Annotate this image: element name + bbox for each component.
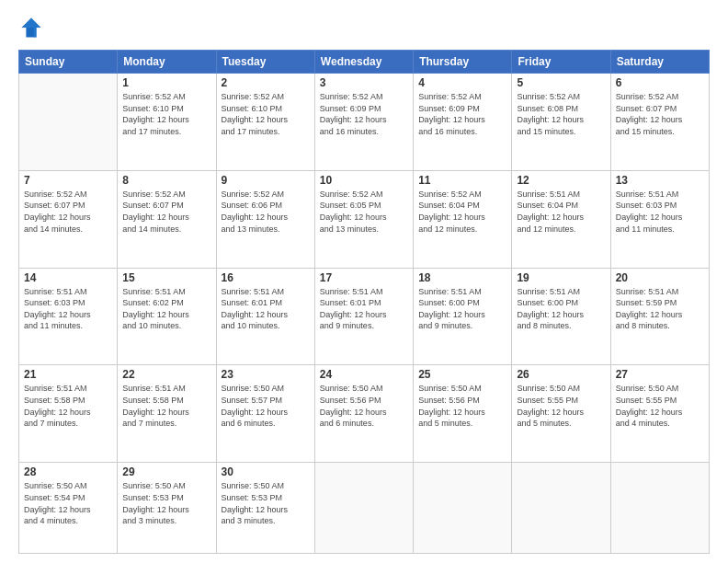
calendar-table: SundayMondayTuesdayWednesdayThursdayFrid… (18, 50, 710, 554)
calendar-cell (314, 463, 413, 554)
weekday-header-thursday: Thursday (414, 51, 512, 74)
day-info: Sunrise: 5:52 AM Sunset: 6:08 PM Dayligh… (517, 91, 605, 137)
day-info: Sunrise: 5:52 AM Sunset: 6:07 PM Dayligh… (122, 189, 210, 235)
day-info: Sunrise: 5:50 AM Sunset: 5:56 PM Dayligh… (418, 383, 506, 429)
day-info: Sunrise: 5:52 AM Sunset: 6:09 PM Dayligh… (320, 91, 408, 137)
calendar-cell: 4Sunrise: 5:52 AM Sunset: 6:09 PM Daylig… (414, 74, 512, 171)
day-number: 26 (517, 368, 605, 381)
calendar-cell: 30Sunrise: 5:50 AM Sunset: 5:53 PM Dayli… (216, 463, 314, 554)
day-info: Sunrise: 5:51 AM Sunset: 6:03 PM Dayligh… (24, 286, 112, 332)
day-info: Sunrise: 5:51 AM Sunset: 6:00 PM Dayligh… (517, 286, 605, 332)
weekday-header-monday: Monday (118, 51, 216, 74)
calendar-cell: 3Sunrise: 5:52 AM Sunset: 6:09 PM Daylig… (314, 74, 413, 171)
calendar-cell: 16Sunrise: 5:51 AM Sunset: 6:01 PM Dayli… (216, 268, 314, 365)
week-row-3: 14Sunrise: 5:51 AM Sunset: 6:03 PM Dayli… (19, 268, 710, 365)
day-info: Sunrise: 5:50 AM Sunset: 5:56 PM Dayligh… (320, 383, 408, 429)
calendar-cell: 22Sunrise: 5:51 AM Sunset: 5:58 PM Dayli… (118, 365, 216, 463)
logo (18, 15, 46, 40)
weekday-header-row: SundayMondayTuesdayWednesdayThursdayFrid… (19, 51, 710, 74)
calendar-cell: 21Sunrise: 5:51 AM Sunset: 5:58 PM Dayli… (19, 365, 118, 463)
calendar-cell: 8Sunrise: 5:52 AM Sunset: 6:07 PM Daylig… (118, 170, 216, 268)
day-info: Sunrise: 5:51 AM Sunset: 6:01 PM Dayligh… (222, 286, 310, 332)
day-number: 2 (222, 76, 310, 89)
day-number: 14 (24, 271, 112, 284)
header (18, 15, 710, 40)
calendar-cell: 9Sunrise: 5:52 AM Sunset: 6:06 PM Daylig… (216, 170, 314, 268)
day-info: Sunrise: 5:51 AM Sunset: 6:00 PM Dayligh… (418, 286, 506, 332)
calendar-cell: 5Sunrise: 5:52 AM Sunset: 6:08 PM Daylig… (512, 74, 610, 171)
day-number: 23 (222, 368, 310, 381)
day-info: Sunrise: 5:51 AM Sunset: 5:58 PM Dayligh… (122, 383, 210, 429)
calendar-cell: 29Sunrise: 5:50 AM Sunset: 5:53 PM Dayli… (118, 463, 216, 554)
calendar-cell: 26Sunrise: 5:50 AM Sunset: 5:55 PM Dayli… (512, 365, 610, 463)
week-row-2: 7Sunrise: 5:52 AM Sunset: 6:07 PM Daylig… (19, 170, 710, 268)
logo-icon (18, 15, 44, 40)
day-number: 11 (418, 174, 506, 187)
day-number: 30 (222, 465, 310, 478)
day-info: Sunrise: 5:51 AM Sunset: 5:58 PM Dayligh… (24, 383, 112, 429)
day-number: 20 (616, 271, 704, 284)
calendar-cell: 17Sunrise: 5:51 AM Sunset: 6:01 PM Dayli… (314, 268, 413, 365)
day-info: Sunrise: 5:52 AM Sunset: 6:10 PM Dayligh… (122, 91, 210, 137)
weekday-header-friday: Friday (512, 51, 610, 74)
calendar-cell (19, 74, 118, 171)
calendar-cell (414, 463, 512, 554)
calendar-cell: 27Sunrise: 5:50 AM Sunset: 5:55 PM Dayli… (610, 365, 709, 463)
day-info: Sunrise: 5:51 AM Sunset: 6:04 PM Dayligh… (517, 189, 605, 235)
day-number: 10 (320, 174, 408, 187)
day-number: 19 (517, 271, 605, 284)
day-info: Sunrise: 5:52 AM Sunset: 6:09 PM Dayligh… (418, 91, 506, 137)
day-info: Sunrise: 5:50 AM Sunset: 5:55 PM Dayligh… (616, 383, 704, 429)
day-info: Sunrise: 5:51 AM Sunset: 6:03 PM Dayligh… (616, 189, 704, 235)
weekday-header-wednesday: Wednesday (314, 51, 413, 74)
day-number: 8 (122, 174, 210, 187)
day-number: 6 (616, 76, 704, 89)
week-row-1: 1Sunrise: 5:52 AM Sunset: 6:10 PM Daylig… (19, 74, 710, 171)
calendar-cell: 15Sunrise: 5:51 AM Sunset: 6:02 PM Dayli… (118, 268, 216, 365)
calendar-cell: 19Sunrise: 5:51 AM Sunset: 6:00 PM Dayli… (512, 268, 610, 365)
calendar-cell (512, 463, 610, 554)
calendar-cell: 10Sunrise: 5:52 AM Sunset: 6:05 PM Dayli… (314, 170, 413, 268)
day-number: 7 (24, 174, 112, 187)
day-number: 13 (616, 174, 704, 187)
day-number: 22 (122, 368, 210, 381)
day-info: Sunrise: 5:50 AM Sunset: 5:55 PM Dayligh… (517, 383, 605, 429)
calendar-cell: 2Sunrise: 5:52 AM Sunset: 6:10 PM Daylig… (216, 74, 314, 171)
week-row-5: 28Sunrise: 5:50 AM Sunset: 5:54 PM Dayli… (19, 463, 710, 554)
day-number: 25 (418, 368, 506, 381)
day-number: 1 (122, 76, 210, 89)
day-info: Sunrise: 5:50 AM Sunset: 5:54 PM Dayligh… (24, 480, 112, 526)
day-info: Sunrise: 5:52 AM Sunset: 6:05 PM Dayligh… (320, 189, 408, 235)
day-number: 27 (616, 368, 704, 381)
day-number: 15 (122, 271, 210, 284)
day-info: Sunrise: 5:50 AM Sunset: 5:53 PM Dayligh… (122, 480, 210, 526)
day-number: 28 (24, 465, 112, 478)
day-info: Sunrise: 5:50 AM Sunset: 5:57 PM Dayligh… (222, 383, 310, 429)
calendar-cell: 20Sunrise: 5:51 AM Sunset: 5:59 PM Dayli… (610, 268, 709, 365)
day-info: Sunrise: 5:52 AM Sunset: 6:04 PM Dayligh… (418, 189, 506, 235)
day-number: 21 (24, 368, 112, 381)
calendar-cell: 14Sunrise: 5:51 AM Sunset: 6:03 PM Dayli… (19, 268, 118, 365)
weekday-header-saturday: Saturday (610, 51, 709, 74)
day-info: Sunrise: 5:52 AM Sunset: 6:10 PM Dayligh… (222, 91, 310, 137)
calendar-cell: 25Sunrise: 5:50 AM Sunset: 5:56 PM Dayli… (414, 365, 512, 463)
day-info: Sunrise: 5:51 AM Sunset: 6:01 PM Dayligh… (320, 286, 408, 332)
day-info: Sunrise: 5:52 AM Sunset: 6:06 PM Dayligh… (222, 189, 310, 235)
weekday-header-sunday: Sunday (19, 51, 118, 74)
day-info: Sunrise: 5:50 AM Sunset: 5:53 PM Dayligh… (222, 480, 310, 526)
day-info: Sunrise: 5:51 AM Sunset: 5:59 PM Dayligh… (616, 286, 704, 332)
day-info: Sunrise: 5:51 AM Sunset: 6:02 PM Dayligh… (122, 286, 210, 332)
day-number: 5 (517, 76, 605, 89)
day-number: 29 (122, 465, 210, 478)
calendar-cell: 28Sunrise: 5:50 AM Sunset: 5:54 PM Dayli… (19, 463, 118, 554)
weekday-header-tuesday: Tuesday (216, 51, 314, 74)
day-info: Sunrise: 5:52 AM Sunset: 6:07 PM Dayligh… (616, 91, 704, 137)
calendar-cell: 23Sunrise: 5:50 AM Sunset: 5:57 PM Dayli… (216, 365, 314, 463)
calendar-cell: 24Sunrise: 5:50 AM Sunset: 5:56 PM Dayli… (314, 365, 413, 463)
calendar-cell: 7Sunrise: 5:52 AM Sunset: 6:07 PM Daylig… (19, 170, 118, 268)
day-number: 16 (222, 271, 310, 284)
calendar-cell: 1Sunrise: 5:52 AM Sunset: 6:10 PM Daylig… (118, 74, 216, 171)
page: SundayMondayTuesdayWednesdayThursdayFrid… (0, 0, 728, 563)
week-row-4: 21Sunrise: 5:51 AM Sunset: 5:58 PM Dayli… (19, 365, 710, 463)
calendar-cell: 6Sunrise: 5:52 AM Sunset: 6:07 PM Daylig… (610, 74, 709, 171)
